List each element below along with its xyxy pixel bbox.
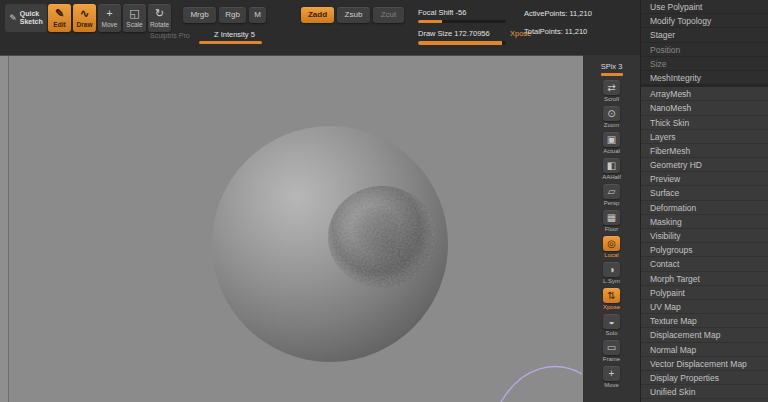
move-label: Move [98,21,121,28]
sculpted-crater-detail [328,186,436,288]
sculptris-pro-button[interactable]: Sculptris Pro [150,32,190,39]
tool-menu-item-display-properties[interactable]: Display Properties [641,371,768,385]
focal-shift-slider[interactable] [418,20,506,23]
tool-menu-item-meshintegrity[interactable]: MeshIntegrity [641,71,768,85]
solo-icon: ◒ [603,314,620,329]
tool-menu-item-surface[interactable]: Surface [641,186,768,200]
rotate-button[interactable]: ↻ Rotate [148,4,171,32]
shelf-item-zoom[interactable]: ⊙ Zoom [583,104,640,130]
mrgb-button[interactable]: Mrgb [183,7,216,23]
draw-icon: ∿ [73,6,96,21]
scale-label: Scale [123,21,146,28]
lsym-icon: ◑ [603,262,620,277]
active-points-counter: ActivePoints: 11,210 [524,9,592,18]
z-intensity-slider-label: Z Intensity 5 [214,30,255,39]
zadd-button[interactable]: Zadd [301,7,334,23]
tool-menu-item-contact[interactable]: Contact [641,257,768,271]
tool-menu-item-size[interactable]: Size [641,57,768,71]
tool-menu-item-normal-map[interactable]: Normal Map [641,343,768,357]
tool-menu-item-position[interactable]: Position [641,43,768,57]
shelf-item-lsym[interactable]: ◑ L.Sym [583,260,640,286]
tool-menu-item-geometry-hd[interactable]: Geometry HD [641,158,768,172]
tool-menu-item-use-polypaint[interactable]: Use Polypaint [641,0,768,14]
tool-menu-item-uv-map[interactable]: UV Map [641,300,768,314]
shelf-item-local[interactable]: ◎ Local [583,234,640,260]
tool-palette-panel: Use Polypaint Modify Topology Stager Pos… [640,0,768,402]
crater-noise-texture [328,186,436,288]
draw-size-slider-label: Draw Size 172.70956 [418,29,490,38]
tool-menu-item-visibility[interactable]: Visibility [641,229,768,243]
shelf-item-move-3d[interactable]: + Move [583,364,640,390]
m-button[interactable]: M [249,7,266,23]
xpose-icon: ⇅ [603,288,620,303]
scale-button[interactable]: ◱ Scale [123,4,146,32]
tool-menu-item-stager[interactable]: Stager [641,28,768,42]
shelf-item-actual[interactable]: ▣ Actual [583,130,640,156]
rgb-button[interactable]: Rgb [219,7,246,23]
edit-button[interactable]: ✎ Edit [48,4,71,32]
shelf-item-aahalf[interactable]: ◧ AAHalf [583,156,640,182]
tool-menu-item-preview[interactable]: Preview [641,172,768,186]
local-symmetry-icon: ◎ [603,236,620,251]
actual-size-icon: ▣ [603,132,620,147]
move-icon: + [98,6,121,21]
tool-menu-item-masking[interactable]: Masking [641,215,768,229]
tool-menu-item-layers[interactable]: Layers [641,130,768,144]
quicksketch-label-line2: Sketch [20,18,43,26]
tool-menu-item-vector-displacement-map[interactable]: Vector Displacement Map [641,357,768,371]
frame-icon: ▭ [603,340,620,355]
sculpt-sphere-model[interactable] [212,126,448,362]
tool-menu-item-displacement-map[interactable]: Displacement Map [641,328,768,342]
tool-menu-item-modify-topology[interactable]: Modify Topology [641,14,768,28]
document-canvas[interactable] [0,55,583,402]
tool-menu-item-unified-skin[interactable]: Unified Skin [641,385,768,399]
spix-label: SPix 3 [583,62,640,71]
draw-button[interactable]: ∿ Draw [73,4,96,32]
focal-shift-slider-label: Focal Shift -56 [418,8,466,17]
tool-menu-item-arraymesh[interactable]: ArrayMesh [641,87,768,101]
draw-label: Draw [73,21,96,28]
move-3d-icon: + [603,366,620,381]
draw-size-slider[interactable] [418,41,506,45]
quicksketch-button[interactable]: ✎ Quick Sketch [5,4,47,32]
edit-label: Edit [48,21,71,28]
perspective-icon: ▱ [603,184,620,199]
zcut-button[interactable]: Zcut [373,7,404,23]
tool-menu-item-fibermesh[interactable]: FiberMesh [641,144,768,158]
scroll-icon: ⇄ [603,80,620,95]
shelf-item-persp[interactable]: ▱ Persp [583,182,640,208]
quicksketch-label-line1: Quick [20,10,43,18]
z-intensity-slider[interactable] [199,41,262,44]
floor-grid-icon: ▦ [603,210,620,225]
zsub-button[interactable]: Zsub [337,7,370,23]
edit-icon: ✎ [48,6,71,21]
shelf-item-frame[interactable]: ▭ Frame [583,338,640,364]
shelf-item-solo[interactable]: ◒ Solo [583,312,640,338]
scale-icon: ◱ [123,6,146,21]
tool-menu-item-thick-skin[interactable]: Thick Skin [641,116,768,130]
aahalf-icon: ◧ [603,158,620,173]
shelf-item-floor[interactable]: ▦ Floor [583,208,640,234]
tool-menu-item-polypaint[interactable]: Polypaint [641,286,768,300]
pencil-icon: ✎ [9,13,17,23]
move-button[interactable]: + Move [98,4,121,32]
rotate-label: Rotate [148,21,171,28]
tool-menu-item-texture-map[interactable]: Texture Map [641,314,768,328]
total-points-counter: TotalPoints: 11,210 [524,27,587,36]
spix-slider[interactable]: SPix 3 [583,55,640,76]
shelf-item-xpose[interactable]: ⇅ Xpose [583,286,640,312]
zbrush-window: ✎ Quick Sketch ✎ Edit ∿ Draw + Move ◱ Sc… [0,0,768,402]
shelf-item-scroll[interactable]: ⇄ Scroll [583,78,640,104]
rotate-icon: ↻ [148,6,171,21]
tool-menu-item-nanomesh[interactable]: NanoMesh [641,101,768,115]
tool-palette-top-group: Use Polypaint Modify Topology Stager Pos… [641,0,768,85]
brush-stroke-preview-arc [498,356,584,402]
tool-menu-item-polygroups[interactable]: Polygroups [641,243,768,257]
right-shelf: SPix 3 ⇄ Scroll ⊙ Zoom ▣ Actual ◧ AAHalf… [583,55,640,402]
tool-menu-item-morph-target[interactable]: Morph Target [641,272,768,286]
zoom-icon: ⊙ [603,106,620,121]
tool-menu-item-deformation[interactable]: Deformation [641,201,768,215]
spix-slider-bar [601,73,623,76]
